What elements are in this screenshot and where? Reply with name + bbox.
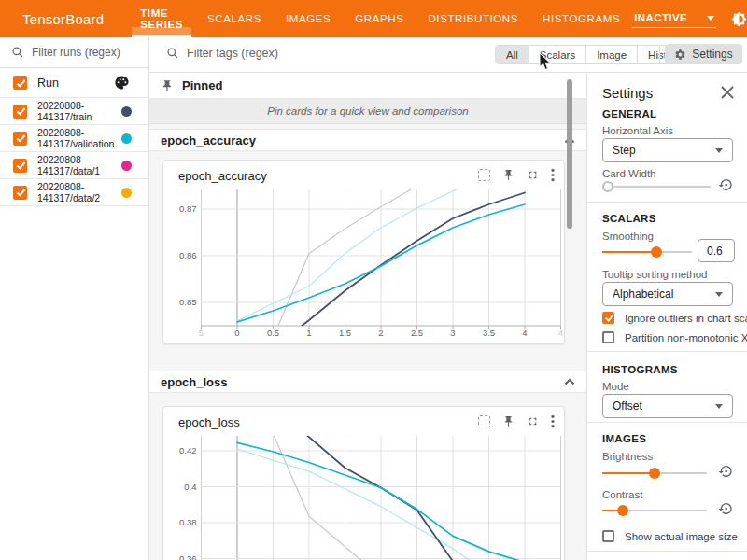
filter-tags-input[interactable]: Filter tags (regex) bbox=[166, 47, 278, 60]
chevron-down-icon bbox=[715, 148, 723, 153]
collapse-chevron-icon[interactable] bbox=[564, 378, 575, 385]
run-checkbox[interactable] bbox=[13, 159, 27, 173]
filter-runs-input[interactable]: Filter runs (regex) bbox=[0, 37, 148, 68]
series-20220808-141317-validation-raw bbox=[237, 449, 471, 560]
smoothing-value-input[interactable]: 0.6 bbox=[698, 239, 735, 262]
ignore-outliers-label: Ignore outliers in chart scaling bbox=[625, 313, 747, 324]
chart-series bbox=[237, 433, 521, 560]
filter-chip-scalars[interactable]: Scalars bbox=[529, 46, 586, 63]
run-row[interactable]: 20220808-141317/data/1 bbox=[0, 152, 148, 179]
close-icon[interactable] bbox=[721, 86, 734, 99]
palette-icon[interactable] bbox=[114, 75, 130, 91]
section-title: epoch_loss bbox=[161, 375, 228, 389]
slider-thumb[interactable] bbox=[602, 181, 613, 192]
section-title: epoch_accuracy bbox=[161, 133, 256, 147]
ignore-outliers-checkbox[interactable] bbox=[602, 312, 614, 324]
smoothing-label: Smoothing bbox=[602, 231, 654, 242]
pin-icon[interactable] bbox=[502, 415, 514, 427]
reset-icon[interactable] bbox=[718, 464, 733, 479]
run-label: 20220808-141317/data/2 bbox=[37, 181, 100, 204]
run-status-label: INACTIVE bbox=[634, 12, 687, 23]
fullscreen-icon[interactable] bbox=[527, 169, 539, 181]
chart-card-toolbar bbox=[478, 414, 555, 428]
filter-chip-all[interactable]: All bbox=[496, 46, 529, 63]
brightness-label: Brightness bbox=[602, 451, 653, 462]
reset-icon[interactable] bbox=[718, 177, 733, 192]
run-checkbox[interactable] bbox=[13, 186, 27, 200]
tab-graphs[interactable]: GRAPHS bbox=[343, 0, 416, 37]
histogram-mode-select[interactable]: Offset bbox=[602, 394, 733, 418]
run-checkbox[interactable] bbox=[13, 105, 27, 119]
section-header-epoch-loss[interactable]: epoch_loss bbox=[149, 371, 586, 393]
run-label: 20220808-141317/data/1 bbox=[37, 154, 100, 177]
ignore-outliers-row[interactable]: Ignore outliers in chart scaling bbox=[602, 312, 747, 324]
svg-text:1: 1 bbox=[306, 328, 311, 338]
filter-chip-image[interactable]: Image bbox=[586, 46, 638, 63]
svg-text:1.5: 1.5 bbox=[339, 328, 351, 338]
svg-text:3: 3 bbox=[450, 328, 455, 338]
pin-icon bbox=[161, 79, 174, 92]
svg-text:0.87: 0.87 bbox=[179, 203, 197, 214]
slider-thumb[interactable] bbox=[617, 505, 628, 516]
slider-thumb[interactable] bbox=[649, 468, 660, 479]
brightness-icon[interactable] bbox=[730, 10, 747, 27]
run-row[interactable]: 20220808-141317/validation bbox=[0, 125, 148, 152]
run-checkbox[interactable] bbox=[13, 132, 27, 146]
section-header-epoch-accuracy[interactable]: epoch_accuracy bbox=[149, 129, 586, 151]
tooltip-sorting-select[interactable]: Alphabetical bbox=[602, 282, 733, 306]
series-20220808-141317-train-raw bbox=[274, 434, 363, 560]
fit-domain-icon[interactable] bbox=[478, 169, 490, 181]
more-icon[interactable] bbox=[551, 168, 555, 182]
smoothing-slider[interactable] bbox=[602, 246, 692, 258]
show-actual-size-checkbox[interactable] bbox=[602, 530, 614, 542]
tab-distributions[interactable]: DISTRIBUTIONS bbox=[416, 0, 530, 37]
reset-icon[interactable] bbox=[718, 501, 733, 516]
section-divider bbox=[587, 202, 747, 203]
svg-text:0.5: 0.5 bbox=[267, 328, 279, 338]
svg-text:3.5: 3.5 bbox=[483, 328, 495, 338]
partition-x-row[interactable]: Partition non-monotonic X axis ? bbox=[602, 331, 747, 343]
partition-x-label: Partition non-monotonic X axis bbox=[625, 332, 747, 343]
tab-images[interactable]: IMAGES bbox=[274, 0, 343, 37]
partition-x-checkbox[interactable] bbox=[602, 331, 614, 343]
brightness-slider[interactable] bbox=[602, 468, 707, 479]
run-label: 20220808-141317/validation bbox=[37, 127, 114, 150]
pin-hint-strip: Pin cards for a quick view and compariso… bbox=[149, 99, 586, 124]
series-20220808-141317-train-smoothed bbox=[304, 433, 453, 560]
fullscreen-icon[interactable] bbox=[527, 415, 539, 427]
more-icon[interactable] bbox=[551, 414, 555, 428]
chevron-down-icon bbox=[715, 292, 723, 297]
svg-text:2: 2 bbox=[378, 328, 383, 338]
contrast-label: Contrast bbox=[602, 489, 642, 500]
chart-card-toolbar bbox=[478, 168, 555, 182]
search-icon bbox=[166, 47, 179, 60]
run-all-checkbox[interactable] bbox=[13, 76, 27, 90]
pin-icon[interactable] bbox=[502, 169, 514, 181]
show-actual-size-row[interactable]: Show actual image size bbox=[602, 530, 738, 542]
runs-header-row: Run bbox=[0, 68, 148, 98]
line-chart-epoch-accuracy[interactable]: 0.850.860.87500.511.522.533.544 bbox=[177, 183, 570, 343]
settings-button[interactable]: Settings bbox=[665, 44, 742, 64]
scalars-heading: SCALARS bbox=[602, 213, 656, 224]
fit-domain-icon[interactable] bbox=[478, 415, 490, 427]
run-row[interactable]: 20220808-141317/data/2 bbox=[0, 179, 148, 206]
svg-text:0: 0 bbox=[234, 328, 239, 338]
svg-text:0.4: 0.4 bbox=[184, 482, 196, 492]
filter-runs-placeholder: Filter runs (regex) bbox=[32, 46, 120, 59]
run-row[interactable]: 20220808-141317/train bbox=[0, 98, 148, 125]
tab-scalars[interactable]: SCALARS bbox=[195, 0, 274, 37]
slider-thumb[interactable] bbox=[651, 246, 662, 258]
main-scrollbar[interactable] bbox=[567, 79, 572, 229]
svg-text:0.36: 0.36 bbox=[179, 553, 197, 560]
tab-histograms[interactable]: HISTOGRAMS bbox=[530, 0, 632, 37]
tab-time-series[interactable]: TIME SERIES bbox=[128, 0, 195, 37]
svg-text:4: 4 bbox=[522, 328, 527, 338]
line-chart-epoch-loss[interactable]: 0.360.380.40.42 bbox=[177, 429, 570, 560]
toolbar-divider bbox=[659, 45, 660, 64]
contrast-slider[interactable] bbox=[602, 505, 707, 516]
horizontal-axis-select[interactable]: Step bbox=[602, 138, 733, 162]
tooltip-sorting-value: Alphabetical bbox=[613, 287, 673, 301]
images-heading: IMAGES bbox=[602, 433, 646, 444]
run-status-dropdown[interactable]: INACTIVE bbox=[632, 9, 716, 28]
card-width-slider[interactable] bbox=[602, 181, 711, 192]
